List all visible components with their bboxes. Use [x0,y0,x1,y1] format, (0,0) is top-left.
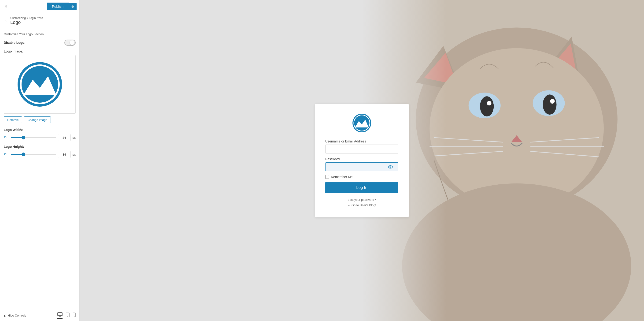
top-bar: ✕ Publish ⚙ [0,0,80,13]
username-wrapper: ⋯ [325,145,398,153]
section-title: Customize Your Logo Section [4,32,76,36]
remember-me-row: Remember Me [325,175,398,179]
logo-width-label: Logo Width: [4,128,76,132]
logo-height-reset-icon[interactable]: ↺ [4,152,9,157]
svg-point-38 [390,166,391,168]
disable-logo-label: Disable Logo: [4,41,26,45]
mobile-icon[interactable] [73,312,76,318]
username-label: Username or Email Address [325,139,398,143]
breadcrumb-path: Customizing » LoginPress [10,17,43,20]
desktop-icon[interactable] [57,312,62,319]
toggle-track [64,40,76,46]
right-area: Username or Email Address ⋯ Password ⋯ R… [80,0,644,321]
password-wrapper: ⋯ [325,162,398,171]
close-button[interactable]: ✕ [3,3,9,11]
svg-point-10 [68,316,68,317]
login-card: Username or Email Address ⋯ Password ⋯ R… [315,104,409,217]
login-logo-area [325,113,398,133]
logo-width-row: ↺ 84 px [4,134,76,141]
logo-width-slider[interactable] [11,137,56,138]
publish-button[interactable]: Publish [47,3,68,10]
login-logo [352,113,372,133]
disable-logo-row: Disable Logo: [4,40,76,46]
logo-width-unit: px [72,136,76,139]
panel-content: Customize Your Logo Section Disable Logo… [0,28,80,310]
svg-point-36 [354,115,370,131]
svg-rect-5 [58,312,62,315]
password-icon: ⋯ [388,165,396,169]
logo-image-label: Logo Image: [4,50,76,53]
left-panel: ✕ Publish ⚙ ‹ Customizing » LoginPress L… [0,0,80,321]
disable-logo-toggle[interactable] [64,40,76,46]
remove-button[interactable]: Remove [4,116,22,123]
device-icons [57,312,76,319]
logo-height-label: Logo Height: [4,145,76,149]
hide-controls-button[interactable]: ◐ Hide Controls [4,314,26,317]
username-input[interactable] [325,145,398,153]
publish-area: Publish ⚙ [47,3,76,10]
remember-me-checkbox[interactable] [325,175,329,179]
bottom-bar: ◐ Hide Controls [0,310,80,321]
logo-height-row: ↺ 84 px [4,151,76,158]
svg-point-3 [22,66,58,103]
hide-controls-label: Hide Controls [8,314,26,317]
form-links: Lost your password? ← Go to User's Blog! [325,198,398,207]
login-button[interactable]: Log In [325,182,398,193]
logo-height-value[interactable]: 84 [58,151,70,158]
logo-preview [16,61,63,108]
logo-width-value[interactable]: 84 [58,134,70,141]
logo-image-box [4,55,76,114]
tablet-icon[interactable] [66,312,70,318]
breadcrumb-text: Customizing » LoginPress Logo [10,17,43,25]
lost-password-link[interactable]: Lost your password? [325,198,398,201]
username-icon: ⋯ [393,147,396,151]
change-image-button[interactable]: Change image [24,116,51,123]
go-to-blog-link[interactable]: ← Go to User's Blog! [325,203,398,207]
toggle-thumb [70,40,74,45]
remember-me-label: Remember Me [331,175,353,179]
breadcrumb-area: ‹ Customizing » LoginPress Logo [0,13,80,28]
password-input[interactable] [325,162,398,171]
logo-width-reset-icon[interactable]: ↺ [4,135,9,140]
breadcrumb-title: Logo [10,20,43,25]
hide-controls-icon: ◐ [4,314,6,317]
logo-svg [16,61,63,108]
image-actions: Remove Change image [4,116,76,123]
password-label: Password [325,157,398,161]
settings-button[interactable]: ⚙ [68,3,76,10]
back-button[interactable]: ‹ [4,18,8,24]
logo-height-slider[interactable] [11,154,56,155]
logo-height-unit: px [72,153,76,156]
svg-point-12 [74,316,74,317]
